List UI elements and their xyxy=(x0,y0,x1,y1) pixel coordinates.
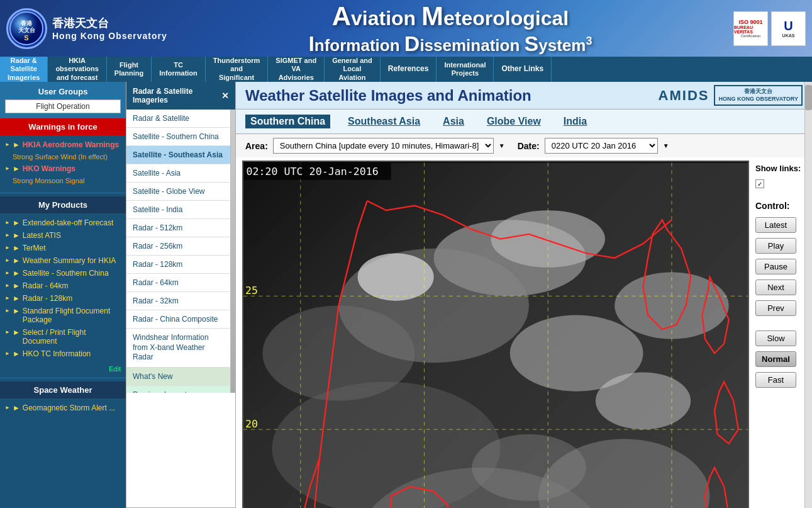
arrow-icon: ► xyxy=(13,404,20,412)
product-standard-flight[interactable]: ►Standard Flight Document Package xyxy=(5,305,121,326)
product-extended-takeoff[interactable]: ►Extended-take-off Forecast xyxy=(5,217,121,229)
nav-thunderstorm[interactable]: ThunderstormandSignificant xyxy=(206,57,269,82)
image-area: 25 20 15 105 110 115 120 xyxy=(236,157,812,508)
dropdown-list: Radar & Satellite Satellite - Southern C… xyxy=(126,110,230,393)
slow-button[interactable]: Slow xyxy=(755,330,796,346)
arrow-icon: ► xyxy=(13,256,20,265)
dropdown-item-satellite-india[interactable]: Satellite - India xyxy=(126,201,230,219)
nav-tc-info[interactable]: TCInformation xyxy=(152,57,206,82)
edit-link[interactable]: Edit xyxy=(0,363,126,375)
svg-text:02:20 UTC 20-Jan-2016: 02:20 UTC 20-Jan-2016 xyxy=(247,166,379,178)
dropdown-item-satellite-globe-view[interactable]: Satellite - Globe View xyxy=(126,183,230,201)
date-dropdown[interactable]: 0220 UTC 20 Jan 2016 xyxy=(545,138,658,154)
product-satellite-southern-china[interactable]: ►Satellite - Southern China xyxy=(5,267,121,279)
user-groups-value[interactable]: Flight Operation xyxy=(5,99,121,113)
dropdown-item-windshear[interactable]: Windshear Information from X-band Weathe… xyxy=(126,329,230,368)
label: HKO TC Information xyxy=(23,349,91,358)
svg-text:天文台: 天文台 xyxy=(18,27,35,33)
nav-other-links[interactable]: Other Links xyxy=(494,57,552,82)
products-section: ►Extended-take-off Forecast ►Latest ATIS… xyxy=(0,213,126,363)
page-scrollbar[interactable] xyxy=(804,82,812,508)
dropdown-header: Radar & Satellite Imageries ✕ xyxy=(126,82,235,110)
warnings-bar: Warnings in force xyxy=(0,118,126,135)
svg-text:20: 20 xyxy=(245,419,258,431)
prev-button[interactable]: Prev xyxy=(755,300,796,316)
space-weather-section: ►Geomagnetic Storm Alert ... xyxy=(0,398,126,417)
tab-globe-view[interactable]: Globe View xyxy=(482,115,546,128)
product-weather-summary[interactable]: ►Weather Summary for HKIA xyxy=(5,254,121,267)
tab-southern-china[interactable]: Southern China xyxy=(245,115,330,128)
nav-radar-satellite[interactable]: Radar &SatelliteImageries xyxy=(0,57,48,82)
nav-international[interactable]: InternationalProjects xyxy=(437,57,494,82)
dropdown-close-button[interactable]: ✕ xyxy=(221,91,229,101)
tab-bar: Southern China Southeast Asia Asia Globe… xyxy=(236,110,812,134)
dropdown-item-radar-128km[interactable]: Radar - 128km xyxy=(126,256,230,274)
geomagnetic-alert-item[interactable]: ►Geomagnetic Storm Alert ... xyxy=(5,402,121,414)
divider2 xyxy=(0,378,126,378)
hko-warnings-item[interactable]: ► HKO Warnings xyxy=(5,162,121,175)
dropdown-scrollbar[interactable] xyxy=(230,110,235,393)
nav-references[interactable]: References xyxy=(381,57,437,82)
play-button[interactable]: Play xyxy=(755,238,796,254)
next-button[interactable]: Next xyxy=(755,279,796,295)
pause-button[interactable]: Pause xyxy=(755,259,796,274)
tab-southeast-asia[interactable]: Southeast Asia xyxy=(343,115,425,128)
area-control: Area: Southern China [update every 10 mi… xyxy=(245,138,505,154)
product-radar-64km[interactable]: ►Radar - 64km xyxy=(5,279,121,292)
show-links-checkbox[interactable]: ✓ xyxy=(755,179,764,188)
content-area: Weather Satellite Images and Animation A… xyxy=(236,82,812,508)
date-dropdown-arrow: ▼ xyxy=(663,142,669,149)
dropdown-scroll-area: Radar & Satellite Satellite - Southern C… xyxy=(126,110,235,393)
nav-sigmet[interactable]: SIGMET andVAAdvisories xyxy=(268,57,325,82)
dropdown-item-radar-512km[interactable]: Radar - 512km xyxy=(126,219,230,237)
nav-flight-planning[interactable]: FlightPlanning xyxy=(107,57,152,82)
dropdown-item-radar-64km[interactable]: Radar - 64km xyxy=(126,274,230,292)
aerodrome-warnings-label: HKIA Aerodrome Warnings xyxy=(23,140,119,149)
product-select-print[interactable]: ►Select / Print Flight Document xyxy=(5,326,121,347)
show-links-row: ✓ xyxy=(755,179,806,188)
logo-chinese: 香港天文台 xyxy=(52,16,167,31)
dropdown-item-satellite-southeast-asia[interactable]: Satellite - Southeast Asia xyxy=(126,146,230,164)
latest-button[interactable]: Latest xyxy=(755,217,796,233)
arrow-icon: ► xyxy=(13,294,20,303)
fast-button[interactable]: Fast xyxy=(755,372,796,388)
satellite-image-container[interactable]: 25 20 15 105 110 115 120 xyxy=(242,161,749,508)
dropdown-item-previous-layout[interactable]: Previous Layout xyxy=(126,386,230,393)
control-title: Control: xyxy=(755,201,806,211)
dropdown-title: Radar & Satellite Imageries xyxy=(133,87,221,104)
cert-area: ISO 9001 BUREAU VERITAS Certification U … xyxy=(733,11,806,46)
divider1 xyxy=(0,193,126,193)
product-radar-128km[interactable]: ►Radar - 128km xyxy=(5,292,121,305)
iso-cert: ISO 9001 BUREAU VERITAS Certification xyxy=(733,11,768,46)
strong-surface-wind-item: Strong Surface Wind (In effect) xyxy=(13,151,121,162)
dropdown-item-radar-china-composite[interactable]: Radar - China Composite xyxy=(126,310,230,329)
aerodrome-warnings-item[interactable]: ► HKIA Aerodrome Warnings xyxy=(5,138,121,151)
dropdown-item-satellite-asia[interactable]: Satellite - Asia xyxy=(126,164,230,183)
nav-hkia[interactable]: HKIAobservationsand forecast xyxy=(48,57,106,82)
dropdown-item-satellite-southern-china[interactable]: Satellite - Southern China xyxy=(126,128,230,146)
area-dropdown[interactable]: Southern China [update every 10 minutes,… xyxy=(273,138,494,154)
label: Select / Print Flight Document xyxy=(23,328,121,346)
controls-row: Area: Southern China [update every 10 mi… xyxy=(236,134,812,157)
dropdown-item-radar-256km[interactable]: Radar - 256km xyxy=(126,237,230,256)
tab-india[interactable]: India xyxy=(559,115,592,128)
strong-monsoon-item: Strong Monsoon Signal xyxy=(13,175,121,186)
date-control: Date: 0220 UTC 20 Jan 2016 ▼ xyxy=(518,138,669,154)
title-line1: Aviation Meteorological xyxy=(167,1,733,31)
hko-logo: 香港 天文台 S xyxy=(6,8,47,49)
nav-general[interactable]: General andLocalAviation xyxy=(325,57,381,82)
dropdown-item-radar-32km[interactable]: Radar - 32km xyxy=(126,292,230,310)
product-termet[interactable]: ►TerMet xyxy=(5,242,121,254)
dropdown-panel: Radar & Satellite Imageries ✕ Radar & Sa… xyxy=(126,82,236,508)
spacer xyxy=(755,321,806,327)
product-latest-atis[interactable]: ►Latest ATIS xyxy=(5,229,121,242)
amids-logo: AMIDS xyxy=(659,87,709,104)
warnings-section: ► HKIA Aerodrome Warnings Strong Surface… xyxy=(0,135,126,189)
product-hko-tc[interactable]: ►HKO TC Information xyxy=(5,347,121,360)
dropdown-item-radar-satellite[interactable]: Radar & Satellite xyxy=(126,110,230,128)
tab-asia[interactable]: Asia xyxy=(438,115,469,128)
header-title: Aviation Meteorological Information Diss… xyxy=(167,1,733,56)
scrollbar-thumb[interactable] xyxy=(805,85,812,110)
normal-button[interactable]: Normal xyxy=(755,351,796,367)
dropdown-item-whats-new[interactable]: What's New xyxy=(126,368,230,386)
